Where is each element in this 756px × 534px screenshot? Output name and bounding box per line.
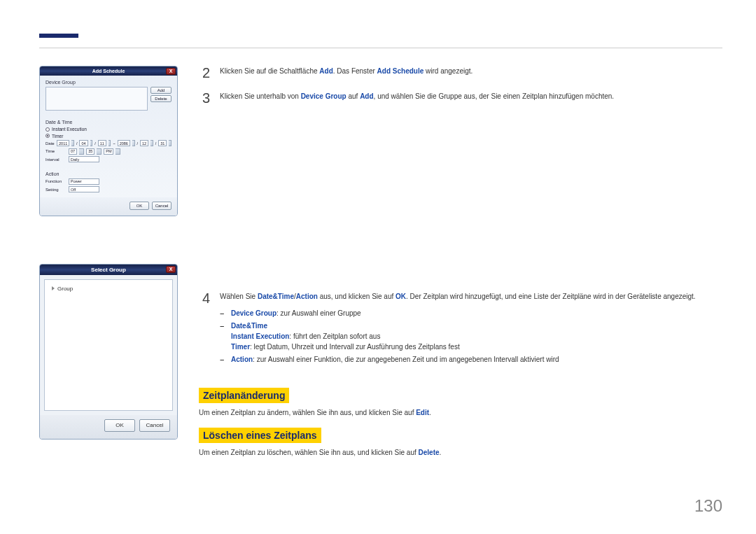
radio-timer[interactable] (46, 134, 50, 138)
text: Klicken Sie auf die Schaltfläche (220, 67, 319, 75)
sub-list: ‒ Device Group: zur Auswahl einer Gruppe… (220, 308, 696, 365)
date-to-day[interactable]: 31 (158, 140, 167, 146)
delete-button[interactable]: Delete (150, 95, 172, 102)
list-item: ‒ Action: zur Auswahl einer Funktion, di… (220, 354, 696, 365)
step-number: 4 (199, 291, 210, 367)
spinner-icon[interactable] (150, 140, 153, 146)
spinner-icon[interactable] (132, 140, 135, 146)
text: Um einen Zeitplan zu ändern, wählen Sie … (199, 409, 416, 416)
spinner-icon[interactable] (97, 148, 102, 155)
ui-ref: OK (396, 293, 406, 300)
text: Klicken Sie unterhalb von (220, 92, 301, 100)
text: aus, und klicken Sie auf (318, 293, 396, 300)
setting-label: Setting (46, 188, 66, 192)
expand-icon[interactable] (52, 286, 55, 290)
datetime-section: Date & Time Instant Execution Timer Date… (40, 115, 177, 167)
cancel-button[interactable]: Cancel (152, 202, 172, 210)
text: : legt Datum, Uhrzeit und Intervall zur … (250, 343, 460, 351)
page-number: 130 (694, 496, 722, 516)
text: wird angezeigt. (424, 67, 472, 75)
list-item: ‒ Device Group: zur Auswahl einer Gruppe (220, 308, 696, 318)
text: Wählen Sie (220, 293, 258, 300)
ui-ref: Date&Time (231, 322, 267, 330)
ok-button[interactable]: OK (104, 419, 135, 432)
add-schedule-dialog: Add Schedule X Device Group Add Delete D… (39, 66, 178, 216)
paragraph: Um einen Zeitplan zu ändern, wählen Sie … (199, 407, 722, 419)
action-label: Action (46, 171, 172, 176)
spinner-icon[interactable] (71, 140, 74, 146)
ui-ref: Device Group (231, 309, 276, 317)
cancel-button[interactable]: Cancel (139, 419, 170, 432)
tree-node-label: Group (57, 286, 73, 292)
function-label: Function (46, 179, 66, 183)
instant-execution-label: Instant Execution (52, 127, 87, 132)
date-to-year[interactable]: 2086 (118, 140, 130, 146)
spinner-icon[interactable] (115, 148, 120, 155)
spinner-icon[interactable] (90, 140, 93, 146)
step-body: Klicken Sie unterhalb von Device Group a… (220, 91, 614, 105)
step-body: Klicken Sie auf die Schaltfläche Add. Da… (220, 66, 472, 80)
ui-ref: Timer (231, 343, 250, 351)
ui-ref: Add Schedule (377, 67, 424, 75)
device-group-label: Device Group (46, 80, 172, 85)
interval-label: Interval (46, 157, 66, 162)
step-3: 3 Klicken Sie unterhalb von Device Group… (199, 91, 722, 105)
function-select[interactable]: Power (69, 178, 99, 185)
dialog-title: Select Group (91, 267, 126, 273)
ok-button[interactable]: OK (130, 202, 149, 210)
dialog-title: Add Schedule (92, 69, 125, 73)
close-icon[interactable]: X (166, 68, 176, 75)
list-item: ‒ Date&Time Instant Execution: führt den… (220, 321, 696, 352)
ui-ref: Action (296, 293, 318, 300)
ui-ref: Edit (416, 409, 429, 416)
ui-ref: Action (231, 356, 253, 363)
instructions-column: 2 Klicken Sie auf die Schaltfläche Add. … (199, 66, 722, 458)
spinner-icon[interactable] (79, 148, 84, 155)
time-hour[interactable]: 07 (69, 148, 77, 155)
setting-select[interactable]: Off (69, 186, 99, 192)
dialog-titlebar: Select Group X (40, 265, 177, 275)
spinner-icon[interactable] (169, 140, 172, 146)
time-minute[interactable]: 35 (86, 148, 94, 155)
group-tree[interactable]: Group (44, 279, 173, 411)
step-4: 4 Wählen Sie Date&Time/Action aus, und k… (199, 291, 722, 367)
ui-ref: Add (360, 92, 373, 100)
text: . (429, 409, 431, 416)
device-group-list[interactable] (46, 87, 148, 111)
ui-ref: Instant Execution (231, 332, 289, 340)
page-content: Add Schedule X Device Group Add Delete D… (39, 66, 722, 458)
close-icon[interactable]: X (166, 266, 176, 273)
paragraph: Um einen Zeitplan zu löschen, wählen Sie… (199, 447, 722, 458)
device-group-section: Device Group Add Delete (40, 76, 177, 115)
add-button[interactable]: Add (150, 87, 172, 94)
dash-icon: ‒ (220, 308, 225, 318)
timer-label: Timer (52, 134, 63, 139)
date-label: Date (46, 141, 55, 146)
tree-root-node[interactable]: Group (52, 286, 165, 292)
time-ampm[interactable]: PM (104, 148, 113, 155)
text: , und wählen Sie die Gruppe aus, der Sie… (374, 92, 615, 100)
ui-ref: Device Group (301, 92, 346, 100)
step-number: 3 (199, 91, 210, 105)
step-2: 2 Klicken Sie auf die Schaltfläche Add. … (199, 66, 722, 80)
datetime-label: Date & Time (46, 120, 172, 125)
spinner-icon[interactable] (108, 140, 111, 146)
dialog-footer: OK Cancel (40, 415, 177, 439)
text: : führt den Zeitplan sofort aus (289, 332, 380, 340)
date-from-year[interactable]: 2011 (57, 140, 69, 146)
text: : zur Auswahl einer Funktion, die zur an… (253, 356, 559, 363)
date-from-day[interactable]: 11 (98, 140, 106, 146)
date-from-month[interactable]: 04 (79, 140, 88, 146)
ui-ref: Delete (419, 449, 440, 456)
action-section: Action Function Power Setting Off (40, 167, 177, 197)
date-to-month[interactable]: 12 (140, 140, 148, 146)
text: auf (346, 92, 360, 100)
time-label: Time (46, 149, 66, 153)
select-group-dialog: Select Group X Group OK Cancel (39, 264, 178, 440)
heading-delete-schedule: Löschen eines Zeitplans (199, 428, 321, 443)
radio-instant[interactable] (46, 127, 50, 132)
ui-ref: Date&Time (258, 293, 294, 300)
interval-select[interactable]: Daily (69, 156, 99, 162)
dialog-titlebar: Add Schedule X (40, 66, 177, 76)
text: Um einen Zeitplan zu löschen, wählen Sie… (199, 449, 419, 456)
